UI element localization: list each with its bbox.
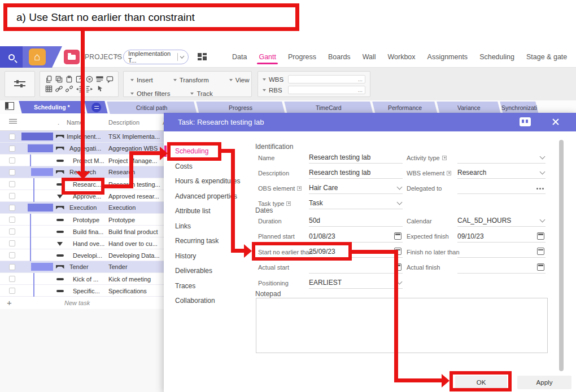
- row-checkbox[interactable]: [9, 169, 15, 175]
- task-name-cell[interactable]: Aggregati...: [64, 145, 106, 152]
- table-row[interactable]: Implement... TSX Implementa...: [0, 131, 169, 143]
- row-checkbox[interactable]: [9, 264, 15, 270]
- task-desc-cell[interactable]: Prototype: [106, 217, 160, 223]
- task-name-cell[interactable]: Project M...: [64, 157, 106, 164]
- row-checkbox[interactable]: [9, 205, 15, 211]
- field-input[interactable]: Research testing lab: [309, 167, 403, 179]
- toolbar-menu[interactable]: Transform: [173, 77, 209, 83]
- dialog-sidebar-item[interactable]: Deliverables: [168, 263, 248, 279]
- row-checkbox[interactable]: [9, 157, 15, 164]
- dialog-sidebar-item[interactable]: Traces: [168, 279, 248, 294]
- table-row[interactable]: Specific... Specifications: [0, 285, 169, 297]
- field-control-icon[interactable]: [537, 263, 544, 271]
- toolbar-menu[interactable]: Insert: [130, 77, 153, 83]
- field-input[interactable]: Hair Care: [309, 182, 403, 194]
- panel-toggle-icon[interactable]: [5, 102, 14, 110]
- view-tab[interactable]: Critical path: [107, 102, 197, 114]
- main-tab[interactable]: Assignments: [427, 47, 469, 67]
- row-checkbox[interactable]: [9, 181, 15, 187]
- table-icon[interactable]: [45, 85, 53, 93]
- field-input[interactable]: CAL_5D_HOURS: [457, 215, 546, 227]
- dialog-sidebar-item[interactable]: Attribute list: [168, 204, 248, 219]
- view-switcher-button[interactable]: [198, 53, 207, 61]
- view-tab[interactable]: Progress: [196, 102, 285, 114]
- table-row[interactable]: Execution Execution: [0, 202, 169, 214]
- row-checkbox[interactable]: [9, 193, 15, 199]
- field-input[interactable]: [457, 262, 546, 274]
- field-control-icon[interactable]: [536, 188, 544, 190]
- add-task-icon[interactable]: +: [7, 298, 20, 307]
- indent-icon[interactable]: [86, 85, 93, 93]
- dialog-sidebar-item[interactable]: Costs: [168, 159, 248, 174]
- row-checkbox[interactable]: [9, 252, 15, 258]
- toolbar-menu[interactable]: Other filters: [130, 90, 170, 97]
- field-control-icon[interactable]: [540, 169, 546, 175]
- pointer-icon[interactable]: [96, 85, 103, 93]
- task-desc-cell[interactable]: TSX Implementa...: [106, 133, 160, 140]
- view-tab[interactable]: TimeCard: [284, 102, 373, 114]
- task-name-cell[interactable]: Build fina...: [64, 228, 106, 235]
- main-tab[interactable]: Workbox: [387, 47, 416, 67]
- task-name-cell[interactable]: Execution: [64, 204, 106, 211]
- table-row[interactable]: Build fina... Build final product: [0, 226, 169, 237]
- main-tab[interactable]: Stage & gate: [526, 47, 568, 67]
- copy-icon[interactable]: [45, 76, 53, 83]
- field-control-icon[interactable]: [397, 200, 403, 205]
- field-control-icon[interactable]: [394, 232, 402, 240]
- task-name-cell[interactable]: Specific...: [64, 288, 106, 294]
- field-input[interactable]: EARLIEST: [309, 277, 403, 289]
- row-checkbox[interactable]: [9, 240, 15, 246]
- view-tab[interactable]: Synchronizati: [500, 102, 539, 114]
- dialog-scrollbar[interactable]: [559, 140, 564, 371]
- table-row[interactable]: Project M... Project Manage...: [0, 155, 169, 166]
- task-desc-cell[interactable]: Developing Data...: [106, 252, 160, 259]
- main-tab[interactable]: Scheduling: [479, 47, 515, 67]
- task-desc-cell[interactable]: Specifications: [106, 288, 160, 294]
- project-selector[interactable]: Implementation T...: [123, 50, 189, 64]
- row-checkbox[interactable]: [9, 288, 15, 294]
- view-tab-active[interactable]: Scheduling *: [19, 101, 85, 113]
- field-control-icon[interactable]: [540, 154, 546, 160]
- wbs-filter-menu[interactable]: WBS: [263, 76, 283, 83]
- comments-icon[interactable]: [520, 117, 531, 126]
- description-column-header[interactable]: Description: [106, 119, 160, 126]
- field-control-icon[interactable]: [537, 232, 544, 240]
- field-input[interactable]: 09/10/23: [457, 231, 546, 243]
- open-project-button[interactable]: [64, 50, 80, 64]
- unlink-icon[interactable]: [66, 85, 73, 93]
- field-input[interactable]: [457, 152, 546, 164]
- main-tab[interactable]: Data: [232, 47, 247, 67]
- row-checkbox[interactable]: [9, 134, 15, 140]
- field-input[interactable]: 50d: [309, 215, 403, 227]
- task-name-cell[interactable]: Hand ove...: [64, 240, 106, 247]
- search-button[interactable]: [0, 46, 23, 68]
- task-desc-cell[interactable]: Tender: [106, 263, 160, 270]
- summary-bar-icon[interactable]: [96, 76, 103, 83]
- task-name-cell[interactable]: Tender: [64, 263, 106, 270]
- dialog-sidebar-item[interactable]: Hours & expenditures: [168, 174, 248, 189]
- task-desc-cell[interactable]: Approved resear...: [106, 193, 160, 200]
- view-tab-menu[interactable]: [84, 101, 107, 113]
- task-desc-cell[interactable]: Execution: [106, 204, 160, 211]
- toolbar-menu[interactable]: Track: [190, 90, 212, 97]
- row-checkbox[interactable]: [9, 228, 15, 235]
- main-tab[interactable]: Progress: [287, 47, 317, 67]
- task-name-cell[interactable]: Prototype: [64, 217, 106, 223]
- table-row[interactable]: Developi... Developing Data...: [0, 249, 169, 261]
- task-desc-cell[interactable]: Research: [106, 169, 160, 175]
- toolbar-menu[interactable]: View: [229, 77, 250, 83]
- notepad-textarea[interactable]: [256, 298, 548, 353]
- field-input[interactable]: Task: [309, 197, 403, 209]
- rbs-filter-menu[interactable]: RBS: [263, 87, 283, 94]
- task-name-cell[interactable]: Implement...: [64, 133, 106, 140]
- comment-icon[interactable]: [106, 76, 114, 83]
- field-control-icon[interactable]: [540, 217, 546, 223]
- more-icon[interactable]: ...: [358, 87, 363, 93]
- rbs-input[interactable]: ...: [288, 86, 365, 94]
- table-row[interactable]: Kick of ... Kick of meeting: [0, 273, 169, 285]
- view-tab[interactable]: Performance: [372, 102, 437, 114]
- field-input[interactable]: Research: [457, 167, 546, 179]
- main-tab[interactable]: Gantt: [258, 47, 277, 67]
- row-checkbox[interactable]: [9, 276, 15, 282]
- dialog-sidebar-item[interactable]: Advanced properties: [168, 189, 248, 204]
